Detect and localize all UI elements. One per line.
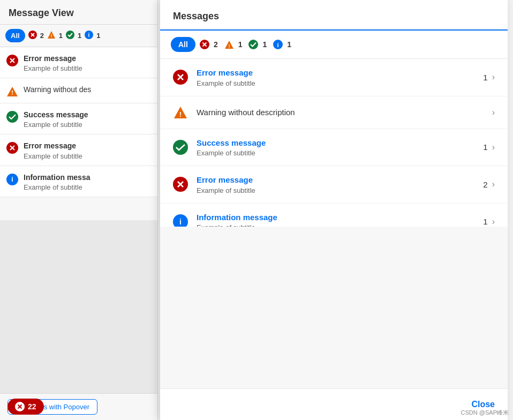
left-filter-all-label: All bbox=[11, 32, 20, 40]
list-item-title: Information messa bbox=[24, 172, 151, 182]
popover-item-title: Error message bbox=[197, 68, 474, 78]
success-icon bbox=[6, 111, 18, 123]
list-item[interactable]: i Information messa Example of subtitle bbox=[0, 166, 157, 197]
error-icon bbox=[6, 142, 18, 154]
watermark: CSDN @SAP峰米 bbox=[461, 409, 509, 417]
list-item-title: Warning without des bbox=[24, 85, 151, 94]
popover-item-title: Warning without description bbox=[197, 107, 484, 118]
popover-list-item[interactable]: ! Warning without description › bbox=[160, 96, 508, 129]
popover-item-title: Error message bbox=[197, 175, 474, 185]
left-filter-warning-count: 1 bbox=[59, 32, 63, 40]
svg-text:i: i bbox=[179, 218, 182, 226]
popover-list-item[interactable]: Success message Example of subtitle 1 › bbox=[160, 129, 508, 167]
popover-list-item[interactable]: Error message Example of subtitle 2 › bbox=[160, 166, 508, 204]
warning-icon: ! bbox=[6, 86, 18, 98]
error-badge-count: 22 bbox=[28, 402, 36, 411]
error-badge: 22 bbox=[7, 399, 44, 415]
list-item-subtitle: Example of subtitle bbox=[24, 121, 151, 129]
svg-text:i: i bbox=[11, 176, 13, 183]
popover-item-subtitle: Example of subtitle bbox=[197, 186, 474, 194]
popover-item-subtitle: Example of subtitle bbox=[197, 149, 474, 157]
svg-point-35 bbox=[173, 140, 188, 155]
popover-item-title: Success message bbox=[197, 138, 474, 148]
left-filter-error-count: 2 bbox=[40, 32, 44, 40]
popover-item-right: 1 › bbox=[483, 217, 495, 227]
messages-popover: Messages All 2 ! 1 1 i 1 Error message bbox=[160, 0, 508, 420]
popover-filter-all[interactable]: All bbox=[171, 37, 195, 52]
list-item-content: Error message Example of subtitle bbox=[24, 141, 151, 160]
svg-point-5 bbox=[66, 31, 74, 39]
svg-text:!: ! bbox=[11, 89, 13, 96]
list-item[interactable]: Error message Example of subtitle bbox=[0, 134, 157, 166]
info-icon: i bbox=[6, 174, 18, 185]
left-filter-warning-icon: ! bbox=[47, 31, 56, 41]
popover-info-icon: i bbox=[273, 40, 283, 49]
popover-list-item[interactable]: i Information message Example of subtitl… bbox=[160, 204, 508, 227]
popover-warning-icon: ! bbox=[224, 40, 234, 49]
list-item-content: Warning without des bbox=[24, 85, 151, 94]
popover-filter-warning-count: 1 bbox=[238, 40, 243, 49]
svg-text:i: i bbox=[277, 42, 279, 48]
popover-filter-bar: All 2 ! 1 1 i 1 bbox=[160, 31, 508, 59]
svg-text:i: i bbox=[88, 32, 90, 38]
popover-item-count: 1 bbox=[483, 73, 487, 82]
popover-title: Messages bbox=[160, 0, 508, 31]
popover-item-subtitle: Example of subtitle bbox=[197, 79, 474, 87]
popover-item-content: Warning without description bbox=[197, 107, 484, 118]
left-filter-all[interactable]: All bbox=[5, 29, 25, 42]
chevron-right-icon: › bbox=[492, 72, 495, 82]
chevron-right-icon: › bbox=[492, 179, 495, 189]
popover-item-count: 2 bbox=[483, 180, 487, 189]
popover-item-right: 1 › bbox=[483, 72, 495, 82]
left-filter-info-icon: i bbox=[85, 31, 93, 41]
left-filter-success-count: 1 bbox=[78, 32, 81, 40]
popover-error-icon bbox=[173, 70, 188, 85]
popover-success-icon bbox=[173, 140, 188, 155]
list-item[interactable]: Success message Example of subtitle bbox=[0, 103, 157, 134]
left-panel-title: Message View bbox=[0, 0, 157, 25]
list-item-subtitle: Example of subtitle bbox=[24, 183, 151, 191]
list-item[interactable]: ! Warning without des bbox=[0, 78, 157, 103]
popover-error-icon bbox=[200, 40, 209, 49]
popover-info-icon: i bbox=[173, 214, 188, 227]
popover-list-item[interactable]: Error message Example of subtitle 1 › bbox=[160, 59, 508, 96]
list-item-content: Information messa Example of subtitle bbox=[24, 172, 151, 191]
popover-footer: Close bbox=[160, 388, 508, 420]
close-label: Close bbox=[471, 400, 495, 409]
popover-item-content: Error message Example of subtitle bbox=[197, 68, 474, 87]
list-item-subtitle: Example of subtitle bbox=[24, 152, 151, 160]
list-item-title: Success message bbox=[24, 110, 151, 119]
error-badge-icon bbox=[15, 402, 25, 411]
popover-error-icon bbox=[173, 177, 188, 192]
svg-text:!: ! bbox=[179, 110, 182, 118]
svg-point-27 bbox=[248, 40, 258, 49]
popover-item-right: › bbox=[492, 108, 495, 117]
list-item-title: Error message bbox=[24, 54, 151, 63]
popover-item-content: Information message Example of subtitle bbox=[197, 212, 474, 227]
left-panel: Message View All 2 ! 1 1 i 1 Error messa… bbox=[0, 0, 158, 420]
left-filter-bar: All 2 ! 1 1 i 1 bbox=[0, 25, 157, 47]
chevron-right-icon: › bbox=[492, 142, 495, 152]
popover-filter-info-count: 1 bbox=[287, 40, 291, 49]
popover-message-list: Error message Example of subtitle 1 › ! … bbox=[160, 59, 508, 227]
svg-text:!: ! bbox=[50, 33, 52, 39]
left-filter-success-icon bbox=[66, 31, 74, 41]
list-item-content: Success message Example of subtitle bbox=[24, 110, 151, 129]
chevron-right-icon: › bbox=[492, 217, 495, 227]
left-message-list: Error message Example of subtitle ! Warn… bbox=[0, 47, 157, 220]
popover-filter-all-label: All bbox=[178, 40, 188, 49]
popover-item-count: 1 bbox=[483, 142, 487, 152]
popover-item-content: Success message Example of subtitle bbox=[197, 138, 474, 158]
error-icon bbox=[6, 55, 18, 66]
popover-item-content: Error message Example of subtitle bbox=[197, 175, 474, 194]
list-item[interactable]: Error message Example of subtitle bbox=[0, 47, 157, 78]
left-filter-error-icon bbox=[28, 31, 37, 41]
popover-item-right: 1 › bbox=[483, 142, 495, 152]
popover-filter-error-count: 2 bbox=[214, 40, 218, 49]
popover-success-icon bbox=[248, 40, 258, 49]
svg-point-13 bbox=[6, 111, 18, 123]
chevron-right-icon: › bbox=[492, 108, 495, 117]
list-item-content: Error message Example of subtitle bbox=[24, 54, 151, 72]
list-item-title: Error message bbox=[24, 141, 151, 151]
list-item-subtitle: Example of subtitle bbox=[24, 64, 151, 72]
